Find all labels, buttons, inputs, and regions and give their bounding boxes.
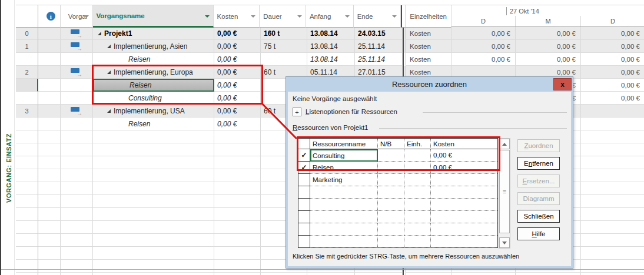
task-name-cell[interactable]: [93, 182, 214, 195]
info-cell[interactable]: [38, 143, 61, 156]
cost-cell[interactable]: 0,00 €: [214, 79, 261, 92]
row-selector-cell[interactable]: ✓: [298, 149, 310, 162]
task-name-cell[interactable]: Reisen: [93, 53, 214, 66]
timeline-cell[interactable]: [581, 169, 644, 182]
row-number-cell[interactable]: [16, 195, 38, 208]
task-name-cell[interactable]: [93, 130, 214, 143]
dropdown-arrow-icon[interactable]: [392, 15, 397, 18]
task-name-cell[interactable]: Implementierung, Europa: [93, 66, 214, 79]
info-cell[interactable]: [38, 156, 61, 169]
row-selector-cell[interactable]: [298, 211, 310, 223]
resource-row[interactable]: [298, 211, 497, 223]
duration-column-header[interactable]: Dauer: [260, 5, 306, 28]
timeline-cell[interactable]: 0,00 €: [581, 40, 644, 53]
expand-triangle-icon[interactable]: [107, 71, 111, 74]
cost-column-header[interactable]: Kosten: [214, 5, 260, 28]
pane-divider[interactable]: [401, 5, 406, 28]
timeline-cell[interactable]: 0,00 €: [516, 40, 581, 53]
info-cell[interactable]: [38, 27, 61, 40]
resource-row[interactable]: ✓Reisen0,00 €: [298, 162, 497, 174]
task-mode-cell[interactable]: [61, 247, 93, 260]
cost-cell[interactable]: 0,00 €: [214, 40, 261, 53]
resource-name-cell[interactable]: Reisen: [310, 162, 378, 174]
row-number-cell[interactable]: [16, 53, 38, 66]
row-number-header[interactable]: [16, 5, 38, 28]
start-cell[interactable]: 13.08.14: [307, 40, 355, 53]
info-cell[interactable]: [38, 247, 61, 260]
task-mode-cell[interactable]: [61, 195, 93, 208]
task-mode-cell[interactable]: →: [61, 105, 93, 118]
cost-cell[interactable]: [431, 174, 497, 186]
row-number-cell[interactable]: [16, 156, 38, 169]
task-mode-cell[interactable]: [61, 143, 93, 156]
resource-row[interactable]: Marketing: [298, 174, 497, 186]
dialog-title-bar[interactable]: Ressourcen zuordnen: [286, 77, 573, 92]
start-cell[interactable]: 13.08.14: [307, 53, 355, 66]
cost-cell[interactable]: [214, 169, 261, 182]
rd-cell[interactable]: [378, 211, 404, 223]
start-cell[interactable]: 13.08.14: [307, 27, 355, 40]
task-name-cell[interactable]: Implementierung, Asien: [93, 40, 214, 53]
row-number-cell[interactable]: [16, 182, 38, 195]
units-cell[interactable]: [404, 236, 431, 248]
info-cell[interactable]: [38, 92, 61, 105]
cost-cell[interactable]: [214, 260, 261, 273]
task-mode-cell[interactable]: [61, 156, 93, 169]
resource-row[interactable]: [298, 186, 497, 199]
timeline-header[interactable]: 27 Okt '14 DMD: [452, 5, 644, 27]
task-name-cell[interactable]: [93, 195, 214, 208]
task-name-cell[interactable]: Consulting: [93, 92, 214, 105]
scroll-down-icon[interactable]: [499, 237, 510, 248]
task-mode-cell[interactable]: [61, 169, 93, 182]
timeline-cell[interactable]: [452, 273, 516, 275]
hilfe-button[interactable]: Hilfe: [517, 227, 560, 240]
cost-cell[interactable]: [214, 143, 261, 156]
timeline-cell[interactable]: [581, 260, 644, 273]
timeline-cell[interactable]: [581, 143, 644, 156]
info-column-header[interactable]: i: [38, 5, 61, 28]
units-cell[interactable]: [404, 174, 431, 186]
timeline-day-header[interactable]: M: [516, 16, 581, 26]
zuordnen-button[interactable]: Zuordnen: [517, 139, 560, 152]
units-cell[interactable]: [404, 199, 431, 211]
resource-row[interactable]: [298, 223, 497, 236]
units-cell[interactable]: Einh.: [404, 139, 431, 149]
cost-cell[interactable]: Kosten: [431, 139, 497, 149]
row-selector-cell[interactable]: [298, 186, 310, 199]
info-cell[interactable]: [38, 40, 61, 53]
task-mode-cell[interactable]: →: [61, 27, 93, 40]
cost-cell[interactable]: 0,00 €: [431, 149, 497, 162]
row-number-cell[interactable]: [16, 247, 38, 260]
timeline-cell[interactable]: 0,00 €: [581, 66, 644, 79]
task-name-cell[interactable]: [93, 143, 214, 156]
cost-cell[interactable]: 0,00 €: [214, 66, 261, 79]
end-cell[interactable]: 24.03.15: [355, 27, 403, 40]
cost-cell[interactable]: [431, 211, 497, 223]
dropdown-arrow-icon[interactable]: [251, 15, 255, 18]
cost-cell[interactable]: [431, 236, 497, 248]
timeline-cell[interactable]: [581, 221, 644, 234]
row-number-cell[interactable]: [16, 208, 38, 221]
row-number-cell[interactable]: 0: [16, 27, 38, 40]
row-number-cell[interactable]: [16, 221, 38, 234]
timeline-cell[interactable]: [581, 156, 644, 169]
info-cell[interactable]: [38, 66, 61, 79]
task-name-cell[interactable]: Implementierung, USA: [93, 105, 214, 118]
duration-cell[interactable]: [261, 53, 307, 66]
info-cell[interactable]: [38, 195, 61, 208]
resource-row[interactable]: [298, 199, 497, 211]
timeline-cell[interactable]: 0,00 €: [581, 92, 644, 105]
timeline-cell[interactable]: [581, 273, 644, 275]
timeline-cell[interactable]: [581, 105, 644, 118]
end-cell[interactable]: [355, 273, 403, 275]
row-number-cell[interactable]: [16, 169, 38, 182]
task-name-cell[interactable]: [93, 221, 214, 234]
row-number-cell[interactable]: [16, 130, 38, 143]
row-number-cell[interactable]: 2: [16, 66, 38, 79]
row-number-cell[interactable]: [16, 143, 38, 156]
resource-name-cell[interactable]: [310, 223, 378, 236]
task-mode-cell[interactable]: [61, 208, 93, 221]
task-mode-cell[interactable]: [61, 53, 93, 66]
entfernen-button[interactable]: Entfernen: [517, 157, 560, 170]
units-cell[interactable]: [404, 223, 431, 236]
